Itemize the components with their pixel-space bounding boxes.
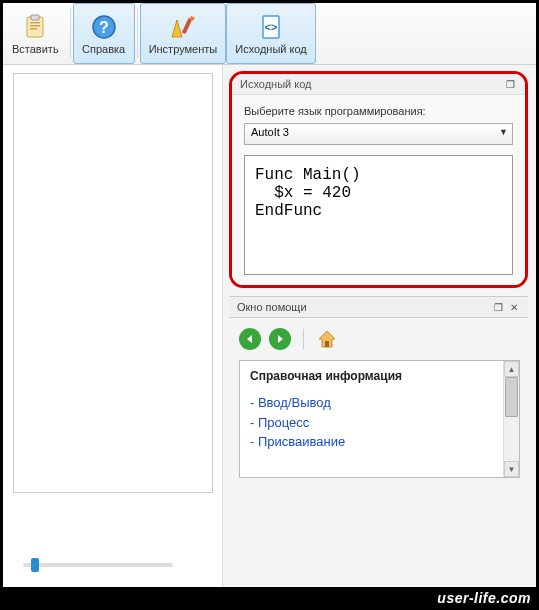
svg-marker-7 [172, 20, 182, 37]
source-code-panel: Исходный код ❐ Выберите язык программиро… [229, 71, 528, 288]
tools-label: Инструменты [149, 43, 218, 55]
help-link-assign[interactable]: - Присваивание [250, 432, 509, 452]
scroll-track[interactable] [504, 377, 519, 461]
scroll-down-button[interactable]: ▼ [504, 461, 519, 477]
toolbar: Вставить ? Справка Инструменты <> Исходн… [3, 3, 536, 65]
language-instruction: Выберите язык программирования: [244, 105, 513, 117]
help-button[interactable]: ? Справка [73, 3, 135, 64]
help-icon: ? [90, 13, 118, 41]
language-select[interactable]: AutoIt 3 [244, 123, 513, 145]
content-area: Исходный код ❐ Выберите язык программиро… [3, 65, 536, 587]
tools-button[interactable]: Инструменты [140, 3, 227, 64]
help-link-process[interactable]: - Процесс [250, 413, 509, 433]
help-link-io[interactable]: - Ввод/Вывод [250, 393, 509, 413]
paste-label: Вставить [12, 43, 59, 55]
svg-rect-4 [30, 28, 37, 30]
separator [70, 9, 71, 58]
language-selected: AutoIt 3 [251, 126, 289, 138]
svg-rect-13 [325, 341, 329, 347]
maximize-icon[interactable]: ❐ [492, 302, 505, 313]
help-info-box: Справочная информация - Ввод/Вывод - Про… [239, 360, 520, 478]
svg-rect-2 [30, 22, 40, 24]
nav-back-button[interactable] [239, 328, 261, 350]
svg-text:?: ? [99, 19, 109, 36]
left-pane [3, 65, 223, 587]
scrollbar[interactable]: ▲ ▼ [503, 361, 519, 477]
nav-home-button[interactable] [316, 328, 338, 350]
help-info-heading: Справочная информация [250, 369, 509, 383]
svg-rect-3 [30, 25, 40, 27]
close-icon[interactable]: ✕ [508, 302, 520, 313]
document-preview[interactable] [13, 73, 213, 493]
zoom-slider[interactable] [23, 563, 173, 567]
maximize-icon[interactable]: ❐ [504, 79, 517, 90]
watermark: user-life.com [437, 590, 531, 606]
scroll-up-button[interactable]: ▲ [504, 361, 519, 377]
help-nav [223, 318, 536, 360]
help-label: Справка [82, 43, 125, 55]
help-panel-header: Окно помощи ❐ ✕ [229, 296, 528, 318]
source-panel-title: Исходный код [240, 78, 312, 90]
nav-forward-button[interactable] [269, 328, 291, 350]
source-panel-body: Выберите язык программирования: AutoIt 3… [232, 95, 525, 285]
svg-text:<>: <> [265, 21, 278, 33]
source-icon: <> [257, 13, 285, 41]
code-editor[interactable]: Func Main() $x = 420 EndFunc [244, 155, 513, 275]
app-frame: Вставить ? Справка Инструменты <> Исходн… [3, 3, 536, 587]
scroll-thumb[interactable] [505, 377, 518, 417]
source-button[interactable]: <> Исходный код [226, 3, 316, 64]
source-panel-header: Исходный код ❐ [232, 74, 525, 95]
source-label: Исходный код [235, 43, 307, 55]
separator [137, 9, 138, 58]
svg-rect-1 [31, 15, 39, 20]
slider-thumb[interactable] [31, 558, 39, 572]
separator [303, 329, 304, 349]
paste-button[interactable]: Вставить [3, 3, 68, 64]
tools-icon [169, 13, 197, 41]
clipboard-icon [21, 13, 49, 41]
right-pane: Исходный код ❐ Выберите язык программиро… [223, 65, 536, 587]
svg-rect-8 [182, 17, 192, 33]
help-panel-title: Окно помощи [237, 301, 307, 313]
